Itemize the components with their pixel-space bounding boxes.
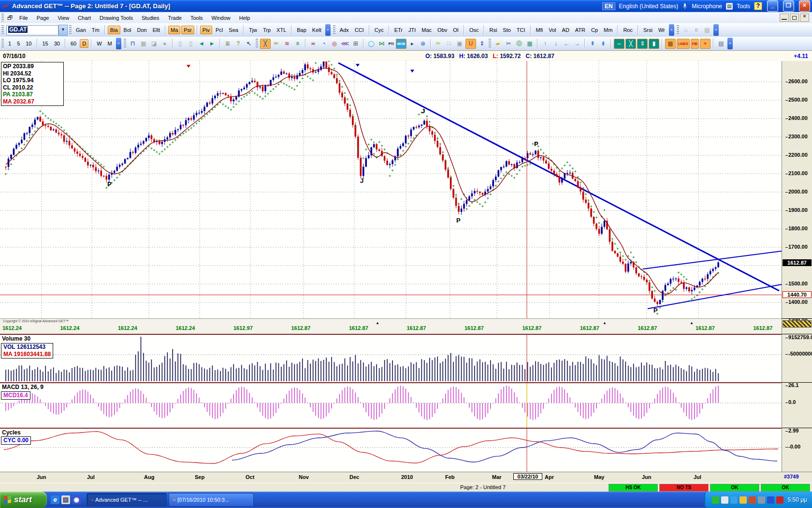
- print-icon[interactable]: ≣: [223, 39, 232, 48]
- language-help-button[interactable]: ?: [754, 2, 762, 10]
- symbol-combo[interactable]: GD.AT ▼: [6, 25, 68, 36]
- indicator-wr-button[interactable]: Wr: [656, 26, 667, 34]
- language-label[interactable]: English (United States): [619, 3, 679, 10]
- properties-icon[interactable]: ▤: [716, 39, 726, 48]
- timeframe-m-button[interactable]: M: [105, 39, 115, 48]
- menu-drawing-tools[interactable]: Drawing Tools: [95, 14, 137, 22]
- taskbar-task-2[interactable]: ≈[07/16/2010 10:50:3...: [169, 493, 254, 507]
- time-cycle-icon[interactable]: ◔: [319, 39, 329, 48]
- expand-horizontal-icon[interactable]: ⇔: [614, 39, 624, 49]
- indicator-atr-button[interactable]: ATR: [573, 26, 588, 34]
- timeframe-d-button[interactable]: D: [80, 39, 88, 48]
- study-tm-button[interactable]: Tm: [89, 26, 102, 34]
- indicator-etr-button[interactable]: ETr: [392, 26, 405, 34]
- dots-grid-icon[interactable]: ▦: [665, 39, 676, 49]
- full-view-icon[interactable]: ▮: [649, 39, 659, 49]
- tray-icon-7[interactable]: [767, 496, 774, 504]
- indicator-cci-button[interactable]: CCI: [352, 26, 366, 34]
- timeframe-10-button[interactable]: 10: [23, 39, 34, 48]
- shift-left-icon[interactable]: ⇞: [588, 39, 597, 48]
- tray-icon-8[interactable]: [776, 496, 783, 504]
- study-pcl-button[interactable]: Pcl: [213, 26, 225, 34]
- study-piv-button[interactable]: Piv: [200, 26, 212, 34]
- indicator-cp-button[interactable]: Cp: [589, 26, 600, 34]
- circle-record-icon[interactable]: Ⓞ: [514, 39, 524, 48]
- arrow-up-icon[interactable]: ↑: [540, 39, 550, 48]
- indicator-mm-button[interactable]: Mm: [601, 26, 615, 34]
- mini-scrollbar[interactable]: [783, 320, 812, 328]
- pti-icon[interactable]: PTI: [388, 39, 395, 48]
- indicator-obv-button[interactable]: Obv: [435, 26, 450, 34]
- money-icon[interactable]: ¤: [692, 26, 701, 35]
- volume-panel[interactable]: Volume 30 VOL 126112543 MA 191603441.88: [0, 334, 782, 383]
- symbol-input[interactable]: GD.AT: [8, 26, 28, 33]
- menu-page[interactable]: Page: [32, 14, 54, 22]
- indicator-osc-button[interactable]: Osc: [467, 26, 481, 34]
- toolbar-overflow-button[interactable]: »: [727, 38, 733, 49]
- menu-window[interactable]: Window: [207, 14, 235, 22]
- minimize-button[interactable]: _: [767, 0, 778, 12]
- study-kelt-button[interactable]: Kelt: [310, 26, 324, 34]
- start-button[interactable]: start: [0, 492, 47, 508]
- quick-launch-media-icon[interactable]: ◉: [72, 495, 81, 504]
- indicator-sto-button[interactable]: Sto: [500, 26, 513, 34]
- eraser-icon[interactable]: ◪: [149, 39, 159, 48]
- close-button[interactable]: ×: [799, 0, 810, 12]
- next-page-icon[interactable]: ►: [207, 39, 217, 48]
- quick-launch-ie-icon[interactable]: e: [51, 495, 59, 504]
- study-ellt-button[interactable]: Ellt: [150, 26, 162, 34]
- tray-icon-5[interactable]: [749, 496, 756, 504]
- indicator-mfi-button[interactable]: Mfi: [534, 26, 546, 34]
- mdi-close-button[interactable]: [800, 14, 809, 22]
- menu-help[interactable]: Help: [235, 14, 255, 22]
- report-icon[interactable]: ▤: [702, 26, 712, 35]
- lock-icon[interactable]: ▦: [139, 39, 148, 48]
- note-pointer-icon[interactable]: ▸: [407, 39, 417, 48]
- taskbar-task-1[interactable]: ≈Advanced GET™ -- ...: [87, 493, 167, 507]
- trend-lines-icon[interactable]: ≡: [293, 39, 303, 48]
- context-help-icon[interactable]: ↖: [244, 39, 254, 48]
- crosshair-tool-icon[interactable]: ╳: [260, 39, 271, 49]
- expand-vertical-icon[interactable]: ⇕: [637, 39, 648, 49]
- quick-launch-mail-icon[interactable]: ▤: [61, 495, 70, 504]
- indicator-jti-button[interactable]: JTI: [406, 26, 418, 34]
- snapshot-icon[interactable]: ∷: [444, 39, 454, 48]
- study-tjw-button[interactable]: Tjw: [246, 26, 260, 34]
- mob-icon[interactable]: MOB: [396, 39, 406, 49]
- grid-icon[interactable]: ⊞: [351, 39, 361, 48]
- zoom-icon[interactable]: ⊕: [418, 39, 428, 48]
- compress-icon[interactable]: ╳: [625, 39, 636, 49]
- toolbar-overflow-button[interactable]: »: [713, 24, 719, 36]
- tracks-icon[interactable]: ⋈: [377, 39, 387, 48]
- arrow-down-icon[interactable]: ↓: [551, 39, 561, 48]
- study-ma-button[interactable]: Ma: [168, 26, 180, 34]
- toolbar-overflow-button[interactable]: »: [325, 24, 331, 36]
- timeframe-5-button[interactable]: 5: [14, 39, 22, 48]
- study-psr-button[interactable]: Psr: [181, 26, 194, 34]
- delete-page-icon[interactable]: ▯: [186, 39, 196, 48]
- cut-icon[interactable]: ✂: [504, 39, 513, 48]
- toolbar-overflow-button[interactable]: »: [116, 38, 121, 49]
- add-level-icon[interactable]: +: [700, 39, 710, 49]
- fib-toggle-icon[interactable]: FIB: [691, 39, 699, 49]
- mdi-minimize-button[interactable]: [780, 14, 789, 22]
- study-gan-button[interactable]: Gan: [73, 26, 88, 34]
- indicator-cyc-button[interactable]: Cyc: [372, 26, 386, 34]
- cycles-panel[interactable]: Cycles CYC 0.00: [0, 428, 782, 473]
- tray-icon-3[interactable]: [730, 496, 738, 504]
- help-icon[interactable]: ?: [233, 39, 243, 48]
- chart-type-icon[interactable]: ⊓: [128, 39, 138, 48]
- indicator-mac-button[interactable]: Mac: [419, 26, 434, 34]
- tray-icon-1[interactable]: [712, 496, 719, 504]
- indicator-adx-button[interactable]: Adx: [337, 26, 351, 34]
- home-icon[interactable]: ⌂: [681, 26, 691, 35]
- copy-page-icon[interactable]: ▣: [455, 39, 464, 48]
- indicator-roc-button[interactable]: Roc: [621, 26, 635, 34]
- study-xtl-button[interactable]: XTL: [274, 26, 289, 34]
- indicator-oi-button[interactable]: OI: [450, 26, 461, 34]
- menu-file[interactable]: File: [15, 14, 32, 22]
- elliott-wave-icon[interactable]: ≋: [282, 39, 292, 48]
- study-don-button[interactable]: Don: [135, 26, 149, 34]
- language-indicator[interactable]: EN: [602, 2, 615, 10]
- toolbar-overflow-button[interactable]: »: [669, 24, 674, 36]
